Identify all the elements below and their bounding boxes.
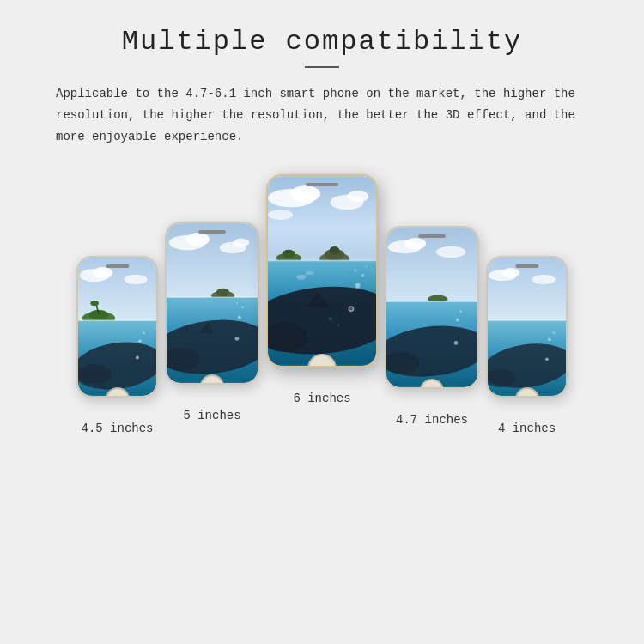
phone-wrapper-3: 6 inches bbox=[266, 174, 378, 405]
svg-rect-15 bbox=[167, 224, 258, 297]
side-button-4 bbox=[478, 267, 479, 284]
svg-point-2 bbox=[93, 267, 112, 278]
speaker-3 bbox=[306, 183, 338, 186]
phone-wrapper-5: 4 inches bbox=[486, 256, 568, 435]
speaker-2 bbox=[198, 230, 226, 234]
phone-device-1 bbox=[76, 256, 158, 398]
svg-point-59 bbox=[404, 238, 426, 249]
phone-label-1: 4.5 inches bbox=[81, 422, 153, 435]
svg-point-54 bbox=[365, 265, 367, 267]
svg-point-39 bbox=[330, 246, 340, 254]
phone-label-5: 4 inches bbox=[498, 422, 556, 435]
phone-label-2: 5 inches bbox=[183, 409, 240, 422]
phone-wrapper-1: 4.5 inches bbox=[76, 256, 158, 435]
svg-point-67 bbox=[454, 341, 459, 345]
svg-point-35 bbox=[347, 191, 368, 203]
phone-screen-4 bbox=[386, 228, 477, 387]
svg-point-12 bbox=[136, 355, 139, 359]
svg-point-79 bbox=[548, 337, 551, 341]
svg-point-29 bbox=[241, 306, 244, 308]
svg-point-36 bbox=[268, 210, 293, 220]
side-button-1 bbox=[157, 292, 158, 309]
svg-point-48 bbox=[349, 307, 353, 310]
svg-point-60 bbox=[436, 246, 466, 257]
phone-device-2 bbox=[165, 222, 259, 385]
page-title: Multiple compatibility bbox=[122, 26, 522, 58]
phone-screen-2 bbox=[167, 223, 258, 383]
side-button-2 bbox=[258, 263, 259, 280]
svg-point-17 bbox=[186, 233, 210, 246]
svg-point-7 bbox=[90, 301, 99, 306]
svg-point-68 bbox=[456, 318, 459, 321]
svg-point-28 bbox=[238, 315, 241, 319]
svg-point-14 bbox=[143, 331, 145, 334]
speaker-5 bbox=[515, 264, 538, 268]
phone-screen-1 bbox=[78, 258, 156, 396]
svg-point-11 bbox=[78, 364, 111, 384]
phone-screen-3 bbox=[268, 176, 376, 366]
svg-point-30 bbox=[236, 302, 238, 304]
svg-point-50 bbox=[337, 324, 340, 326]
svg-rect-57 bbox=[386, 228, 477, 301]
description-text: Applicable to the 4.7-6.1 inch smart pho… bbox=[56, 83, 588, 149]
svg-point-5 bbox=[88, 309, 108, 319]
svg-point-49 bbox=[329, 317, 332, 320]
svg-point-21 bbox=[216, 288, 229, 296]
svg-point-55 bbox=[296, 274, 307, 279]
phone-device-3 bbox=[266, 174, 378, 368]
side-button-5 bbox=[567, 292, 568, 309]
svg-point-53 bbox=[354, 269, 356, 271]
phone-device-4 bbox=[385, 226, 479, 389]
phone-label-3: 6 inches bbox=[293, 392, 350, 405]
phone-inner-3 bbox=[268, 176, 376, 366]
phone-label-4: 4.7 inches bbox=[396, 413, 468, 427]
svg-point-19 bbox=[233, 238, 249, 246]
svg-point-80 bbox=[552, 331, 555, 334]
speaker-1 bbox=[106, 264, 129, 268]
phone-inner-5 bbox=[488, 258, 566, 396]
side-button-3 bbox=[377, 223, 378, 240]
title-divider bbox=[305, 66, 339, 68]
phone-wrapper-4: 4.7 inches bbox=[385, 226, 479, 427]
svg-point-41 bbox=[282, 249, 295, 258]
svg-point-52 bbox=[361, 273, 365, 276]
phones-row: 4.5 inches bbox=[34, 174, 610, 444]
phone-screen-5 bbox=[488, 258, 566, 396]
svg-point-78 bbox=[545, 357, 549, 361]
svg-point-27 bbox=[235, 337, 240, 341]
page-container: Multiple compatibility Applicable to the… bbox=[0, 0, 644, 644]
svg-point-3 bbox=[125, 274, 148, 283]
svg-point-13 bbox=[138, 339, 142, 343]
phone-wrapper-2: 5 inches bbox=[165, 222, 259, 422]
speaker-4 bbox=[418, 234, 446, 238]
phone-inner-2 bbox=[167, 223, 258, 383]
phone-device-5 bbox=[486, 256, 568, 398]
phone-inner-1 bbox=[78, 258, 156, 396]
svg-point-72 bbox=[501, 268, 519, 277]
phone-inner-4 bbox=[386, 228, 477, 387]
svg-point-51 bbox=[355, 283, 361, 288]
svg-point-33 bbox=[290, 185, 320, 202]
svg-point-73 bbox=[532, 274, 556, 283]
svg-point-56 bbox=[306, 270, 314, 275]
svg-point-69 bbox=[459, 310, 462, 313]
svg-rect-0 bbox=[78, 258, 156, 320]
svg-rect-70 bbox=[488, 258, 566, 320]
